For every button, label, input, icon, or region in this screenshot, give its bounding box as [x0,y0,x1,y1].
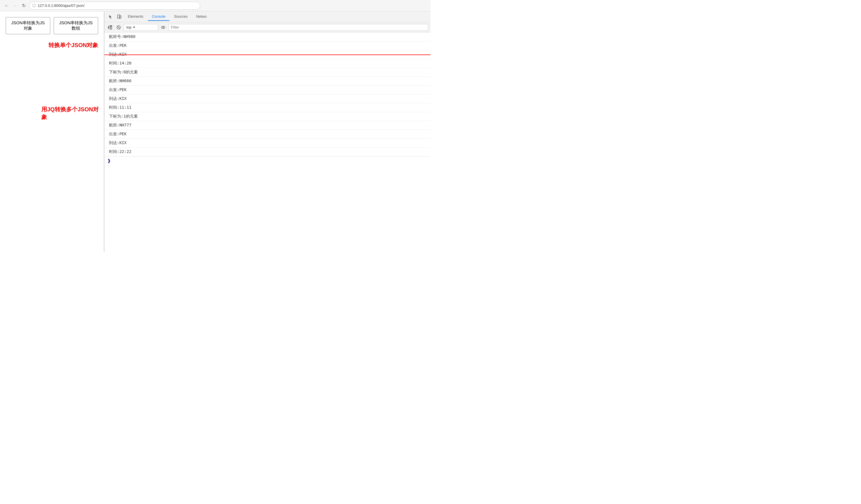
console-line: 航班号:NH980 [105,32,430,41]
console-toolbar: top ▼ [105,22,430,32]
svg-rect-3 [110,25,112,26]
console-output: 航班号:NH980 出发:PEK 到达:KIX 时间:14:20 下标为:0的元… [105,32,430,252]
tab-network[interactable]: Netwo [192,13,211,21]
inspect-element-icon[interactable] [107,13,115,21]
page-content: JSON串转换为JS对象 JSON串转换为JS数组 转换单个JSON对象 用JQ… [0,11,104,252]
svg-rect-2 [108,26,109,29]
eye-icon[interactable] [160,24,167,31]
reload-button[interactable]: ↻ [20,3,27,9]
devtools-tabs: Elements Console Sources Netwo [105,11,430,22]
main-layout: JSON串转换为JS对象 JSON串转换为JS数组 转换单个JSON对象 用JQ… [0,11,430,252]
console-line: 出发:PEK [105,130,430,139]
svg-point-10 [163,27,164,28]
console-line: 航班:NH666 [105,77,430,86]
button-row: JSON串转换为JS对象 JSON串转换为JS数组 [6,17,98,34]
svg-rect-6 [110,29,112,29]
address-bar[interactable]: ⓘ 127.0.0.1:8000/ajax/07-json/ [29,2,200,10]
browser-bar: ← → ↻ ⓘ 127.0.0.1:8000/ajax/07-json/ [0,0,430,11]
tab-console[interactable]: Console [148,13,169,21]
json-to-array-button[interactable]: JSON串转换为JS数组 [54,17,98,34]
console-line: 时间:14:20 [105,59,430,68]
stop-icon[interactable] [115,24,122,31]
console-prompt[interactable]: ❱ [105,156,430,165]
svg-line-8 [118,26,120,29]
device-toggle-icon[interactable] [115,13,123,21]
tab-elements[interactable]: Elements [124,13,147,21]
context-dropdown-icon: ▼ [133,26,136,29]
svg-rect-5 [110,28,112,28]
annotation-multiple: 用JQ转换多个JSON对象 [41,106,104,121]
tab-sources[interactable]: Sources [170,13,192,21]
back-button[interactable]: ← [3,3,10,9]
svg-rect-4 [110,27,112,27]
red-divider-line [105,55,430,55]
prompt-arrow-icon: ❱ [107,159,111,163]
console-line: 时间:22:22 [105,148,430,156]
console-line: 下标为:0的元素 [105,68,430,77]
filter-input[interactable] [168,24,428,31]
context-value: top [126,25,132,29]
console-line: 出发:PEK [105,41,430,50]
console-line: 下标为:1的元素 [105,112,430,121]
console-line: 时间:11:11 [105,103,430,112]
clear-console-icon[interactable] [107,24,113,31]
annotation-single: 转换单个JSON对象 [49,41,98,49]
svg-rect-1 [120,16,121,18]
context-selector[interactable]: top ▼ [124,24,158,31]
info-icon: ⓘ [32,3,36,8]
json-to-object-button[interactable]: JSON串转换为JS对象 [6,17,50,34]
console-line: 到达:KIX [105,139,430,148]
console-line: 出发:PEK [105,86,430,94]
console-line: 到达:KIX [105,94,430,103]
devtools-panel: Elements Console Sources Netwo [104,11,430,252]
forward-button[interactable]: → [12,3,18,9]
console-line: 航班:NH777 [105,121,430,130]
url-text: 127.0.0.1:8000/ajax/07-json/ [38,3,84,8]
